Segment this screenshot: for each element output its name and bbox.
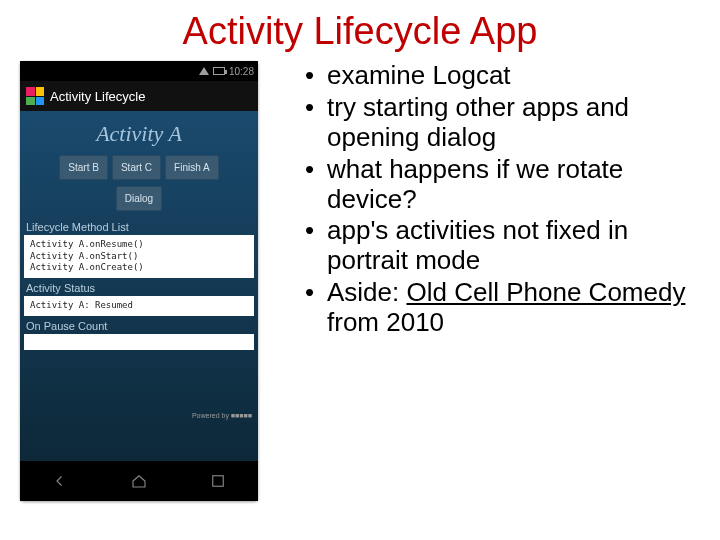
bullet-text: from 2010 (327, 307, 444, 337)
start-c-button[interactable]: Start C (112, 155, 161, 180)
button-row-1: Start B Start C Finish A (20, 155, 258, 180)
method-list-label: Lifecycle Method List (20, 217, 258, 235)
start-b-button[interactable]: Start B (59, 155, 108, 180)
status-box: Activity A: Resumed (24, 296, 254, 316)
method-list-box: Activity A.onResume() Activity A.onStart… (24, 235, 254, 278)
svg-rect-0 (213, 476, 224, 487)
phone-mockup: 10:28 Activity Lifecycle Activity A Star… (20, 61, 258, 501)
activity-title: Activity A (20, 111, 258, 155)
list-item: examine Logcat (305, 61, 690, 91)
phone-column: 10:28 Activity Lifecycle Activity A Star… (20, 61, 275, 501)
dialog-button[interactable]: Dialog (116, 186, 162, 211)
status-time: 10:28 (229, 66, 254, 77)
list-item: Aside: Old Cell Phone Comedy from 2010 (305, 278, 690, 338)
slide-title: Activity Lifecycle App (0, 0, 720, 61)
list-item: what happens if we rotate device? (305, 155, 690, 215)
signal-icon (199, 67, 209, 75)
method-list-item: Activity A.onResume() (30, 239, 248, 251)
bullet-text: Aside: (327, 277, 407, 307)
method-list-item: Activity A.onStart() (30, 251, 248, 263)
list-item: app's activities not fixed in portrait m… (305, 216, 690, 276)
button-row-2: Dialog (20, 186, 258, 211)
recent-apps-icon[interactable] (205, 471, 231, 491)
pause-count-box (24, 334, 254, 350)
app-icon (26, 87, 44, 105)
back-icon[interactable] (47, 471, 73, 491)
status-value: Activity A: Resumed (30, 300, 248, 312)
app-bar-title: Activity Lifecycle (50, 89, 145, 104)
method-list-item: Activity A.onCreate() (30, 262, 248, 274)
status-bar: 10:28 (20, 61, 258, 81)
app-screen: Activity A Start B Start C Finish A Dial… (20, 111, 258, 461)
app-bar: Activity Lifecycle (20, 81, 258, 111)
list-item: try starting other apps and opening dial… (305, 93, 690, 153)
status-label: Activity Status (20, 278, 258, 296)
bullet-list: examine Logcat try starting other apps a… (275, 61, 700, 501)
old-phone-comedy-link[interactable]: Old Cell Phone Comedy (407, 277, 686, 307)
slide-content: 10:28 Activity Lifecycle Activity A Star… (0, 61, 720, 501)
finish-a-button[interactable]: Finish A (165, 155, 219, 180)
nav-bar (20, 461, 258, 501)
home-icon[interactable] (126, 471, 152, 491)
battery-icon (213, 67, 225, 75)
powered-by-label: Powered by ■■■■■ (192, 412, 252, 419)
pause-count-label: On Pause Count (20, 316, 258, 334)
